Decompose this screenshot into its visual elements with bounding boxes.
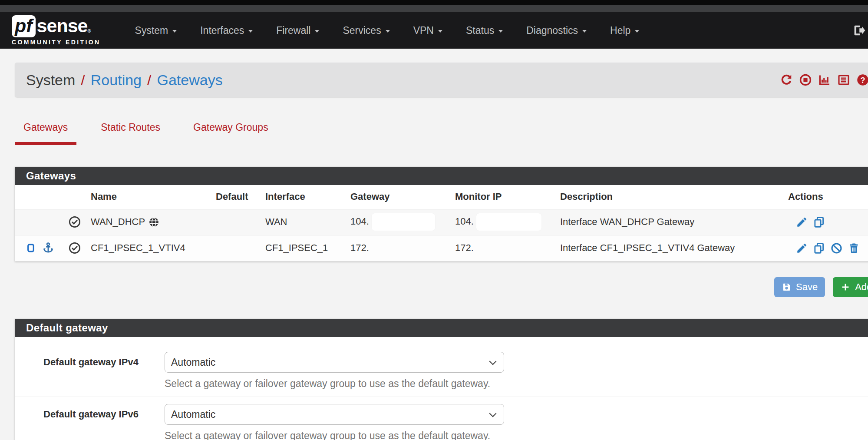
default-gateway-ipv4-select-wrap: Automatic <box>165 352 504 373</box>
menu-vpn[interactable]: VPN <box>402 25 454 36</box>
globe-icon <box>148 216 160 228</box>
navbar: pf sense ® COMMUNITY EDITION System Inte… <box>0 12 868 49</box>
edit-icon[interactable] <box>795 216 808 228</box>
logo-pf: pf <box>12 15 36 37</box>
gateway-address: 104. <box>350 216 369 227</box>
column-header-name: Name <box>90 185 215 209</box>
svg-text:?: ? <box>860 76 865 85</box>
breadcrumb-link-routing[interactable]: Routing <box>91 72 142 89</box>
chevron-down-icon <box>172 30 177 33</box>
default-gateway-ipv4-label: Default gateway IPv4 <box>15 352 165 368</box>
trash-icon[interactable] <box>848 242 860 255</box>
chevron-down-icon <box>582 30 587 33</box>
gateways-table: Name Default Interface Gateway Monitor I… <box>15 185 868 261</box>
tab-bar: Gateways Static Routes Gateway Groups <box>15 122 868 145</box>
chevron-down-icon <box>635 30 639 33</box>
default-gateway-ipv6-select[interactable]: Automatic <box>165 404 504 425</box>
logo-registered-mark: ® <box>88 28 91 33</box>
chevron-down-icon <box>438 30 442 33</box>
tab-static-routes[interactable]: Static Routes <box>92 122 169 145</box>
square-icon[interactable] <box>25 242 36 254</box>
redaction-box <box>476 213 541 231</box>
default-gateway-ipv4-help: Select a gateway or failover gateway gro… <box>165 378 868 390</box>
logo-sense: sense <box>37 15 88 36</box>
breadcrumb: System / Routing / Gateways <box>15 63 868 97</box>
menu-diagnostics[interactable]: Diagnostics <box>515 25 598 36</box>
chart-icon[interactable] <box>818 73 831 86</box>
column-header-default: Default <box>215 185 265 209</box>
breadcrumb-link-gateways[interactable]: Gateways <box>157 72 222 89</box>
chevron-down-icon <box>498 30 503 33</box>
pfsense-logo[interactable]: pf sense ® COMMUNITY EDITION <box>12 15 101 46</box>
column-header-interface: Interface <box>265 185 350 209</box>
log-icon[interactable] <box>837 73 850 86</box>
logo-subtitle: COMMUNITY EDITION <box>12 39 101 46</box>
table-header-row: Name Default Interface Gateway Monitor I… <box>15 185 868 209</box>
ban-icon[interactable] <box>830 242 843 255</box>
chevron-down-icon <box>386 30 390 33</box>
menu-services[interactable]: Services <box>331 25 401 36</box>
check-circle-icon <box>68 242 81 255</box>
form-group-ipv6: Default gateway IPv6 Automatic Select a … <box>15 404 868 440</box>
plus-icon <box>840 282 851 292</box>
default-gateway-panel: Default gateway Default gateway IPv4 Aut… <box>15 319 868 440</box>
stop-circle-icon[interactable] <box>799 73 812 86</box>
page-content: System / Routing / Gateways <box>0 63 868 440</box>
monitor-ip: 172. <box>455 235 560 261</box>
breadcrumb-root: System <box>26 72 75 89</box>
gateway-name: WAN_DHCP <box>91 216 145 228</box>
menu-help[interactable]: Help <box>598 25 651 36</box>
gateways-panel: Gateways Name Default Interface Gateway … <box>15 167 868 261</box>
gateway-address: 172. <box>350 235 455 261</box>
table-row: WAN_DHCP WAN 104. <box>15 209 868 235</box>
gateway-name: CF1_IPSEC_1_VTIV4 <box>90 235 215 261</box>
default-gateway-ipv6-label: Default gateway IPv6 <box>15 404 165 420</box>
menu-interfaces[interactable]: Interfaces <box>188 25 264 36</box>
column-header-description: Description <box>560 185 788 209</box>
redaction-box <box>372 213 435 231</box>
check-circle-icon <box>68 215 81 228</box>
save-icon <box>782 282 792 292</box>
breadcrumb-separator: / <box>81 72 85 89</box>
help-icon[interactable]: ? <box>856 73 868 86</box>
save-button[interactable]: Save <box>774 277 825 297</box>
window-title-strip <box>0 5 868 12</box>
gateways-panel-title: Gateways <box>15 167 868 185</box>
gateway-interface: WAN <box>265 209 350 235</box>
edit-icon[interactable] <box>795 242 808 255</box>
column-header-actions: Actions <box>788 185 868 209</box>
default-gateway-panel-title: Default gateway <box>15 319 868 337</box>
gateway-default <box>215 235 265 261</box>
refresh-icon[interactable] <box>780 73 793 86</box>
monitor-ip: 104. <box>455 216 474 227</box>
menu-system[interactable]: System <box>123 25 189 36</box>
gateway-interface: CF1_IPSEC_1 <box>265 235 350 261</box>
main-menu: System Interfaces Firewall Services VPN … <box>123 25 651 36</box>
default-gateway-ipv6-select-wrap: Automatic <box>165 404 504 425</box>
chevron-down-icon <box>248 30 253 33</box>
tab-gateway-groups[interactable]: Gateway Groups <box>185 122 277 145</box>
anchor-icon[interactable] <box>42 242 55 255</box>
default-gateway-ipv4-select[interactable]: Automatic <box>165 352 504 373</box>
column-header-gateway: Gateway <box>350 185 455 209</box>
table-row: CF1_IPSEC_1_VTIV4 CF1_IPSEC_1 172. 172. … <box>15 235 868 261</box>
menu-status[interactable]: Status <box>454 25 515 36</box>
tab-gateways[interactable]: Gateways <box>15 122 76 145</box>
form-group-ipv4: Default gateway IPv4 Automatic Select a … <box>15 352 868 397</box>
copy-icon[interactable] <box>813 216 825 228</box>
add-button[interactable]: Add <box>833 277 868 297</box>
gateway-default <box>215 209 265 235</box>
window-top-strip <box>0 0 868 5</box>
copy-icon[interactable] <box>813 242 825 255</box>
gateway-description: Interface CF1_IPSEC_1_VTIV4 Gateway <box>560 235 788 261</box>
breadcrumb-separator: / <box>147 72 151 89</box>
chevron-down-icon <box>315 30 319 33</box>
default-gateway-ipv6-help: Select a gateway or failover gateway gro… <box>165 430 868 440</box>
column-header-monitor-ip: Monitor IP <box>455 185 560 209</box>
sign-out-icon[interactable] <box>852 23 868 37</box>
gateway-description: Interface WAN_DHCP Gateway <box>560 209 788 235</box>
action-buttons: Save Add <box>774 277 868 297</box>
menu-firewall[interactable]: Firewall <box>264 25 331 36</box>
